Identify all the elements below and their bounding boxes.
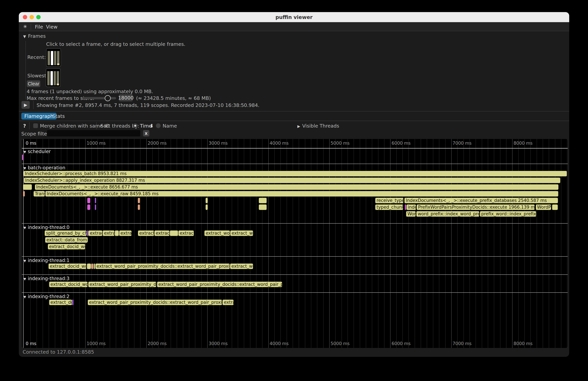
slider-knob[interactable]: [105, 95, 111, 101]
scope-bar[interactable]: extract_wo: [230, 231, 253, 236]
scope-bar[interactable]: [405, 204, 406, 210]
slowest-frames-thumbnail[interactable]: [46, 68, 61, 87]
scope-bar[interactable]: [87, 231, 88, 236]
frame-bar[interactable]: [48, 51, 50, 65]
scope-bar[interactable]: IndexDocuments<_, _>::execute_prefix_dat…: [404, 198, 558, 203]
thread-header-scheduler[interactable]: ▼scheduler: [23, 149, 51, 154]
thread-name: scheduler: [28, 149, 51, 154]
scope-bar[interactable]: PrefixWordPairsProximityDocids::execute …: [417, 204, 535, 210]
scope-bar[interactable]: extract_word: [204, 231, 230, 236]
scope-bar[interactable]: Trans: [34, 191, 45, 196]
scope-bar[interactable]: extract::data_from_ob: [45, 237, 88, 243]
sort-name-radio[interactable]: [156, 123, 161, 128]
scope-bar[interactable]: extract_: [154, 231, 169, 236]
scope-bar[interactable]: extract_docid_word: [48, 263, 86, 269]
scope-bar[interactable]: WordPr: [536, 204, 551, 210]
scope-bar[interactable]: prefix_word::index_prefix_wo: [480, 211, 536, 217]
sort-time-radio[interactable]: [133, 123, 138, 128]
scope-bar[interactable]: [115, 231, 119, 236]
scope-bar[interactable]: IndexDocuments<_, _>::execute 8656.677 m…: [35, 184, 559, 190]
scope-bar[interactable]: [87, 263, 91, 269]
theme-toggle-icon[interactable]: ✳: [23, 24, 27, 29]
menu-file[interactable]: File: [35, 24, 43, 30]
scope-bar[interactable]: extract_: [138, 231, 154, 236]
thread-header-indexing-thread:2[interactable]: ▼indexing-thread:2: [23, 294, 69, 299]
maximize-button[interactable]: [36, 15, 41, 19]
scope-bar[interactable]: [72, 300, 74, 305]
help-button[interactable]: ?: [23, 123, 26, 129]
sort-direction-arrow-icon[interactable]: ⬇: [150, 123, 154, 129]
frame-bar[interactable]: [47, 71, 50, 85]
merge-children-checkbox[interactable]: [33, 123, 38, 128]
scope-bar[interactable]: [23, 191, 25, 196]
scope-bar[interactable]: extract: [88, 231, 102, 236]
scope-bar[interactable]: [91, 263, 93, 269]
scope-bar[interactable]: word_prefix::index_word_prefix_: [416, 211, 479, 217]
thread-header-indexing-thread:3[interactable]: ▼indexing-thread:3: [23, 276, 69, 281]
scope-bar[interactable]: [552, 204, 558, 210]
frame-bar[interactable]: [57, 51, 59, 65]
frame-bar[interactable]: [54, 51, 56, 65]
frames-header[interactable]: ▼Frames: [23, 33, 46, 39]
scope-bar[interactable]: [95, 198, 96, 203]
menu-view[interactable]: View: [46, 24, 58, 30]
clear-button[interactable]: Clear: [27, 80, 40, 87]
scope-bar[interactable]: extract_word_pair_proximity_docids: [88, 282, 156, 287]
scope-bar[interactable]: extract_word_pair_proximity_docids::extr…: [157, 282, 282, 287]
scope-bar[interactable]: extract_word_pair_proximity_docids::extr…: [88, 300, 222, 305]
max-frames-value[interactable]: 18000: [119, 94, 133, 101]
scope-bar[interactable]: [94, 263, 95, 269]
recent-frames-thumbnail[interactable]: [46, 48, 61, 67]
scope-bar[interactable]: [259, 204, 267, 210]
scope-bar[interactable]: [22, 155, 23, 160]
scope-bar[interactable]: IndexDocuments<_, _>::execute_raw 8459.1…: [45, 191, 558, 196]
scope-bar[interactable]: split_grenad_by_chun: [45, 231, 86, 236]
thread-header-batch-operation[interactable]: ▼batch-operation: [23, 165, 65, 170]
frame-bar[interactable]: [51, 51, 53, 65]
clear-filter-button[interactable]: x: [143, 130, 149, 136]
close-button[interactable]: [23, 15, 27, 19]
scope-bar[interactable]: extract_docid_word: [48, 244, 85, 249]
scope-bar[interactable]: IndexScheduler>::apply_index_operation 8…: [24, 178, 560, 183]
gridline-minor: [457, 139, 458, 348]
frame-bar[interactable]: [50, 71, 53, 85]
gridline-minor: [250, 139, 250, 348]
scope-bar[interactable]: extra: [103, 231, 114, 236]
scope-bar[interactable]: index: [406, 204, 416, 210]
scope-bar[interactable]: IndexScheduler>::process_batch 8953.821 …: [23, 171, 567, 176]
scope-bar[interactable]: [259, 198, 267, 203]
scope-bar[interactable]: Word: [406, 211, 416, 217]
frame-bar[interactable]: [57, 71, 59, 85]
play-button[interactable]: ▶: [21, 101, 30, 109]
scope-bar[interactable]: [206, 204, 208, 210]
max-frames-slider[interactable]: [83, 97, 116, 99]
gridline-minor: [256, 139, 256, 348]
scope-bar[interactable]: typed_chunk::w: [375, 204, 403, 210]
scope-bar[interactable]: [138, 198, 140, 203]
scope-bar[interactable]: extract: [178, 231, 194, 236]
scope-bar[interactable]: [87, 204, 90, 210]
flamegraph-canvas[interactable]: 0 ms1000 ms2000 ms3000 ms4000 ms5000 ms6…: [22, 139, 568, 348]
scope-bar[interactable]: [95, 204, 96, 210]
scope-bar[interactable]: extrac: [223, 300, 233, 305]
collapse-triangle-icon: ▼: [23, 34, 26, 39]
scope-bar[interactable]: [170, 231, 178, 236]
scope-bar[interactable]: extract_docid_word: [49, 282, 88, 287]
thread-header-indexing-thread:0[interactable]: ▼indexing-thread:0: [23, 225, 69, 230]
scope-bar[interactable]: [87, 198, 90, 203]
scope-bar[interactable]: extract_doc: [49, 300, 72, 305]
scope-bar[interactable]: extract_wo: [230, 263, 253, 269]
gridline-minor: [311, 139, 311, 348]
minimize-button[interactable]: [30, 15, 34, 19]
visible-threads-header[interactable]: ▶Visible Threads: [297, 123, 339, 129]
scope-filter-input[interactable]: [47, 130, 140, 136]
thread-header-indexing-thread:1[interactable]: ▼indexing-thread:1: [23, 258, 69, 263]
scope-bar[interactable]: [138, 204, 140, 210]
scope-bar[interactable]: [23, 184, 32, 190]
scope-bar[interactable]: [206, 198, 208, 203]
scope-bar[interactable]: receive_typed_: [375, 198, 403, 203]
tab-stats[interactable]: Stats: [50, 113, 67, 120]
scope-bar[interactable]: extrac: [119, 231, 132, 236]
scope-bar[interactable]: extract_word_pair_proximity_docids::extr…: [95, 263, 230, 269]
frame-bar[interactable]: [54, 71, 56, 85]
